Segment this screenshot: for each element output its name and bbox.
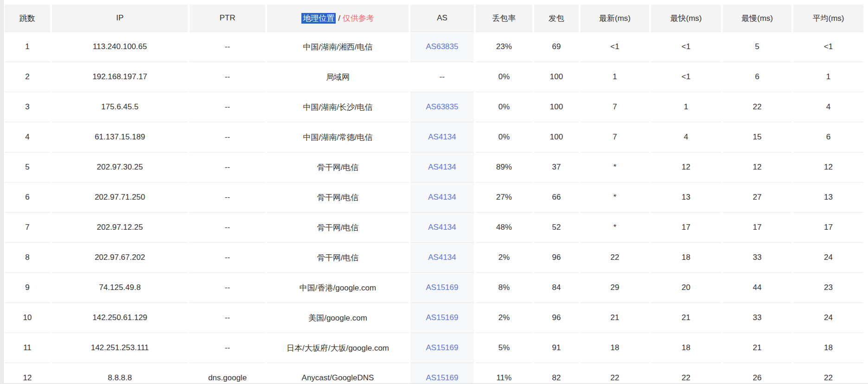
location-header-note: 仅供参考	[343, 14, 374, 23]
fastest-cell: <1	[651, 62, 721, 92]
fastest-cell: 1	[651, 92, 721, 122]
fastest-cell: 4	[651, 122, 721, 152]
latest-cell: *	[581, 212, 649, 242]
location-cell: 骨干网/电信	[267, 242, 408, 272]
slowest-cell: 44	[723, 272, 791, 302]
hop-cell: 12	[5, 363, 50, 384]
location-cell: 中国/湖南/湘西/电信	[267, 31, 408, 62]
col-header-slowest: 最慢(ms)	[723, 5, 791, 31]
header-row: 跳数 IP PTR 地理位置/仅供参考 AS 丢包率 发包 最新(ms) 最快(…	[5, 5, 863, 31]
location-cell: 中国/香港/google.com	[267, 272, 408, 302]
hop-cell: 3	[5, 92, 50, 122]
ip-cell: 192.168.197.17	[52, 62, 188, 92]
ptr-cell: --	[190, 272, 265, 302]
location-cell: 骨干网/电信	[267, 152, 408, 182]
as-link[interactable]: AS4134	[428, 253, 456, 262]
loss-cell: 2%	[476, 242, 532, 272]
avg-cell: 24	[793, 242, 863, 272]
col-header-ip: IP	[52, 5, 188, 31]
sent-cell: 96	[534, 302, 579, 333]
as-link[interactable]: AS15169	[426, 373, 459, 382]
fastest-cell: 20	[651, 272, 721, 302]
location-cell: 骨干网/电信	[267, 182, 408, 212]
ptr-cell: --	[190, 31, 265, 62]
latest-cell: 7	[581, 122, 649, 152]
as-cell: AS15169	[410, 302, 474, 333]
loss-cell: 48%	[476, 212, 532, 242]
as-cell: AS15169	[410, 272, 474, 302]
as-link[interactable]: AS63835	[426, 102, 459, 111]
table-row: 4 61.137.15.189 -- 中国/湖南/常德/电信 AS4134 0%…	[5, 122, 863, 152]
sent-cell: 69	[534, 31, 579, 62]
as-cell: AS4134	[410, 122, 474, 152]
latest-cell: *	[581, 182, 649, 212]
col-header-sent: 发包	[534, 5, 579, 31]
ptr-cell: dns.google	[190, 363, 265, 384]
table-row: 2 192.168.197.17 -- 局域网 -- 0% 100 1 <1 6…	[5, 62, 863, 92]
avg-cell: 22	[793, 363, 863, 384]
loss-cell: 5%	[476, 333, 532, 363]
latest-cell: 21	[581, 302, 649, 333]
as-cell: AS4134	[410, 212, 474, 242]
as-cell: AS4134	[410, 152, 474, 182]
slowest-cell: 33	[723, 302, 791, 333]
hop-cell: 11	[5, 333, 50, 363]
sent-cell: 37	[534, 152, 579, 182]
avg-cell: 4	[793, 92, 863, 122]
ip-cell: 202.97.12.25	[52, 212, 188, 242]
col-header-location: 地理位置/仅供参考	[267, 5, 408, 31]
fastest-cell: 17	[651, 212, 721, 242]
ip-cell: 175.6.45.5	[52, 92, 188, 122]
hop-cell: 1	[5, 31, 50, 62]
location-cell: 局域网	[267, 62, 408, 92]
avg-cell: 24	[793, 302, 863, 333]
sent-cell: 84	[534, 272, 579, 302]
slowest-cell: 33	[723, 242, 791, 272]
latest-cell: 18	[581, 333, 649, 363]
ip-cell: 113.240.100.65	[52, 31, 188, 62]
ptr-cell: --	[190, 92, 265, 122]
col-header-latest: 最新(ms)	[581, 5, 649, 31]
as-link[interactable]: AS63835	[426, 42, 459, 51]
col-header-loss: 丢包率	[476, 5, 532, 31]
as-link[interactable]: AS15169	[426, 343, 459, 352]
ip-cell: 142.250.61.129	[52, 302, 188, 333]
latest-cell: 22	[581, 242, 649, 272]
table-row: 1 113.240.100.65 -- 中国/湖南/湘西/电信 AS63835 …	[5, 31, 863, 62]
latest-cell: <1	[581, 31, 649, 62]
col-header-hops: 跳数	[5, 5, 50, 31]
sent-cell: 100	[534, 92, 579, 122]
hop-cell: 9	[5, 272, 50, 302]
table-row: 8 202.97.67.202 -- 骨干网/电信 AS4134 2% 96 2…	[5, 242, 863, 272]
sent-cell: 82	[534, 363, 579, 384]
table-row: 3 175.6.45.5 -- 中国/湖南/长沙/电信 AS63835 0% 1…	[5, 92, 863, 122]
sent-cell: 96	[534, 242, 579, 272]
page-left-gutter	[0, 0, 4, 384]
traceroute-table: 跳数 IP PTR 地理位置/仅供参考 AS 丢包率 发包 最新(ms) 最快(…	[3, 5, 865, 384]
latest-cell: *	[581, 152, 649, 182]
fastest-cell: 21	[651, 302, 721, 333]
ptr-cell: --	[190, 152, 265, 182]
as-link[interactable]: AS4134	[428, 193, 456, 201]
ptr-cell: --	[190, 242, 265, 272]
ip-cell: 202.97.30.25	[52, 152, 188, 182]
ptr-cell: --	[190, 182, 265, 212]
as-link[interactable]: AS15169	[426, 313, 459, 322]
avg-cell: 13	[793, 182, 863, 212]
as-cell: AS63835	[410, 92, 474, 122]
fastest-cell: 18	[651, 333, 721, 363]
as-link[interactable]: AS4134	[428, 132, 456, 141]
ptr-cell: --	[190, 122, 265, 152]
table-row: 9 74.125.49.8 -- 中国/香港/google.com AS1516…	[5, 272, 863, 302]
loss-cell: 23%	[476, 31, 532, 62]
ptr-cell: --	[190, 302, 265, 333]
as-link[interactable]: AS4134	[428, 223, 456, 232]
slowest-cell: 12	[723, 152, 791, 182]
table-row: 10 142.250.61.129 -- 美国/google.com AS151…	[5, 302, 863, 333]
as-link[interactable]: AS15169	[426, 283, 459, 292]
location-header-slash: /	[338, 14, 340, 23]
sent-cell: 91	[534, 333, 579, 363]
latest-cell: 1	[581, 62, 649, 92]
slowest-cell: 26	[723, 363, 791, 384]
as-link[interactable]: AS4134	[428, 163, 456, 171]
